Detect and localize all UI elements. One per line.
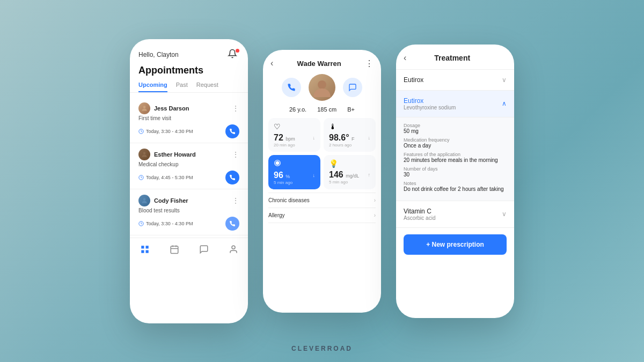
treatment-title: Treatment (434, 54, 470, 62)
spo2-trend: ↓ (313, 173, 316, 178)
stat-age: 26 y.o. (289, 106, 306, 113)
phone3-header: ‹ Treatment (396, 45, 514, 70)
svg-point-4 (143, 198, 146, 201)
medication-eutirox-expanded: Eutirox Levothyroxine sodium ∧ Dosage 50… (396, 91, 514, 201)
svg-point-0 (143, 106, 146, 108)
appt-type-2: Medical checkup (138, 161, 239, 167)
stat-blood-value: B+ (347, 106, 355, 113)
chronic-diseases-label: Chronic diseases (268, 197, 310, 203)
nav-calendar-icon[interactable] (169, 243, 180, 255)
avatar-esther (138, 149, 150, 160)
temp-value: 98.6° (329, 133, 349, 142)
temp-trend: ↓ (368, 135, 371, 141)
stat-height: 185 cm (317, 106, 336, 113)
vital-heart-rate: ♡ 72 bpm ↓ 20 min ago (268, 118, 320, 152)
call-btn-3[interactable] (225, 217, 239, 231)
call-btn-1[interactable] (225, 124, 239, 138)
avatar-cody (138, 195, 150, 206)
stat-age-value: 26 y.o. (289, 106, 306, 113)
svg-point-2 (143, 152, 146, 154)
features-value: 20 minutes before meals in the morning (404, 157, 507, 163)
med-sub-vitamin-c: Ascorbic acid (404, 215, 435, 221)
treatment-back-button[interactable]: ‹ (404, 53, 406, 63)
svg-rect-9 (145, 250, 148, 253)
med-name-eutirox-2: Eutirox (404, 97, 456, 105)
call-btn-2[interactable] (225, 171, 239, 184)
vital-glucose: 💡 146 mg/dL ↑ 5 min ago (324, 155, 376, 189)
appt-time-1: Today, 3:30 - 4:30 PM (138, 129, 193, 134)
brand-label: CLEVERROAD (291, 345, 353, 352)
allergy-item[interactable]: Allergy › (268, 208, 376, 223)
chevron-down-icon-1: ∨ (502, 76, 507, 84)
nav-chat-icon[interactable] (198, 243, 210, 255)
days-label: Number of days (404, 166, 507, 172)
appt-type-1: First time visit (138, 115, 239, 121)
nav-person-icon[interactable] (228, 243, 239, 255)
appt-menu-1[interactable]: ⋮ (232, 104, 239, 113)
vitals-grid: ♡ 72 bpm ↓ 20 min ago 🌡 98.6° F (263, 118, 381, 189)
svg-rect-8 (141, 250, 144, 253)
appt-menu-3[interactable]: ⋮ (232, 196, 239, 205)
glucose-unit: mg/dL (346, 173, 359, 179)
greeting-text: Hello, Clayton (138, 51, 179, 58)
chronic-diseases-item[interactable]: Chronic diseases › (268, 193, 376, 208)
patient-action-icons (263, 74, 381, 101)
person-cody: Cody Fisher (138, 195, 188, 206)
med-header-eutirox-1[interactable]: Eutirox ∨ (396, 70, 514, 90)
allergy-label: Allergy (268, 212, 285, 218)
new-prescription-button[interactable]: + New prescription (404, 234, 507, 255)
svg-rect-7 (145, 246, 148, 248)
heart-rate-time: 20 min ago (274, 143, 315, 147)
patient-name: Wade Warren (297, 60, 341, 68)
back-button[interactable]: ‹ (270, 58, 273, 68)
med-name-vitamin-c: Vitamin C (404, 208, 435, 215)
appointments-phone: Hello, Clayton Appointments Upcoming Pas… (130, 39, 248, 323)
notes-value: Do not drink coffee for 2 hours after ta… (404, 186, 507, 192)
dosage-label: Dosage (404, 123, 507, 128)
spo2-value: 96 (274, 171, 283, 180)
message-patient-button[interactable] (343, 78, 362, 97)
tab-past[interactable]: Past (176, 82, 188, 92)
appointment-card-2: Esther Howard ⋮ Medical checkup Today, 4… (130, 143, 248, 189)
more-options-button[interactable]: ⋮ (365, 58, 374, 69)
appt-time-2: Today, 4:45 - 5:30 PM (138, 175, 193, 180)
person-jess: Jess Darson (138, 102, 189, 114)
dosage-row: Dosage 50 mg (404, 123, 507, 134)
chevron-up-icon: ∧ (502, 100, 507, 107)
vital-temperature: 🌡 98.6° F ↓ 2 hours ago (324, 118, 376, 152)
temp-unit: F (352, 136, 355, 142)
vital-spo2: 96 % ↓ 5 min ago (268, 155, 320, 189)
glucose-icon: 💡 (329, 159, 370, 168)
med-header-vitamin-c[interactable]: Vitamin C Ascorbic acid ∨ (396, 201, 514, 227)
appt-time-3: Today, 3:30 - 4:30 PM (138, 221, 193, 226)
spo2-unit: % (286, 174, 290, 179)
conditions-list: Chronic diseases › Allergy › (263, 193, 381, 223)
phone1-header: Hello, Clayton (130, 39, 248, 65)
appt-name-1: Jess Darson (154, 105, 189, 112)
appointments-tabs: Upcoming Past Request (130, 82, 248, 93)
notification-dot (236, 49, 239, 53)
notes-label: Notes (404, 181, 507, 186)
treatment-phone: ‹ Treatment Eutirox ∨ Eutirox Levothyrox… (396, 45, 514, 318)
temp-time: 2 hours ago (329, 143, 370, 147)
med-header-eutirox-2[interactable]: Eutirox Levothyroxine sodium ∧ (396, 91, 514, 117)
spo2-time: 5 min ago (274, 180, 315, 185)
appt-menu-2[interactable]: ⋮ (232, 150, 239, 159)
notification-bell[interactable] (228, 49, 239, 61)
stat-blood: B+ (347, 106, 355, 113)
glucose-value: 146 (329, 170, 343, 179)
notes-row: Notes Do not drink coffee for 2 hours af… (404, 181, 507, 192)
svg-point-15 (318, 80, 326, 89)
bottom-nav (130, 238, 248, 262)
svg-rect-6 (141, 246, 144, 248)
chevron-right-icon: › (374, 197, 376, 203)
appt-name-2: Esther Howard (154, 151, 196, 158)
call-patient-button[interactable] (282, 78, 301, 97)
chevron-down-icon-3: ∨ (502, 210, 507, 218)
nav-grid-icon[interactable] (139, 243, 151, 255)
heart-icon: ♡ (274, 122, 315, 131)
heart-rate-value: 72 (274, 133, 283, 142)
tab-request[interactable]: Request (196, 82, 218, 92)
frequency-row: Medication frequency Once a day (404, 137, 507, 149)
tab-upcoming[interactable]: Upcoming (138, 82, 167, 92)
